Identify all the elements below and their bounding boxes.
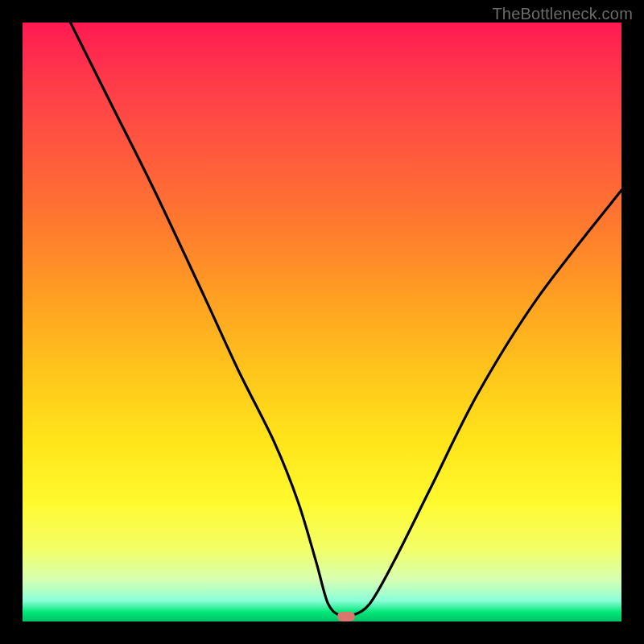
attribution-text: TheBottleneck.com <box>492 5 633 23</box>
plot-area <box>23 23 621 621</box>
optimal-marker <box>337 612 355 621</box>
chart-frame: TheBottleneck.com <box>0 0 644 644</box>
bottleneck-curve <box>23 23 621 621</box>
